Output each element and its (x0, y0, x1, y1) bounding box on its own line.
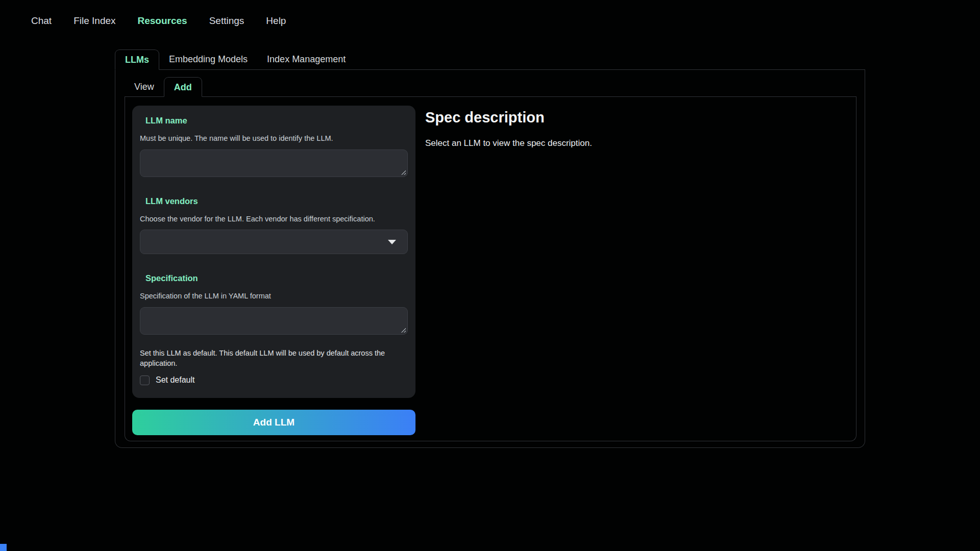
loading-indicator (0, 544, 7, 551)
specification-label: Specification (145, 273, 408, 283)
nav-item-chat[interactable]: Chat (31, 15, 52, 27)
resource-tabbar: LLMs Embedding Models Index Management (115, 49, 865, 70)
llm-vendors-group: LLM vendors Choose the vendor for the LL… (140, 196, 408, 255)
llms-tab-panel: View Add LLM name Must be unique. The na… (115, 70, 865, 448)
nav-item-settings[interactable]: Settings (209, 15, 244, 27)
llm-name-description: Must be unique. The name will be used to… (140, 134, 408, 144)
llm-vendors-description: Choose the vendor for the LLM. Each vend… (140, 214, 408, 224)
specification-input[interactable] (140, 307, 408, 335)
llm-name-input[interactable] (140, 149, 408, 177)
nav-item-file-index[interactable]: File Index (74, 15, 115, 27)
add-llm-panel: LLM name Must be unique. The name will b… (125, 97, 856, 441)
llms-subtabbar: View Add (125, 77, 856, 97)
set-default-row: Set default (140, 375, 408, 385)
specification-description: Specification of the LLM in YAML format (140, 291, 408, 302)
llm-vendors-label: LLM vendors (145, 196, 408, 206)
tab-embedding-models[interactable]: Embedding Models (159, 49, 257, 70)
nav-item-resources[interactable]: Resources (138, 15, 187, 27)
chevron-down-icon (388, 240, 396, 244)
top-navigation: Chat File Index Resources Settings Help (0, 0, 980, 27)
add-llm-button[interactable]: Add LLM (132, 410, 415, 435)
tab-index-management[interactable]: Index Management (257, 49, 355, 70)
tab-view[interactable]: View (125, 77, 164, 97)
spec-description-panel: Spec description Select an LLM to view t… (425, 109, 856, 441)
set-default-description: Set this LLM as default. This default LL… (140, 348, 408, 369)
llm-name-group: LLM name Must be unique. The name will b… (140, 116, 408, 177)
nav-item-help[interactable]: Help (266, 15, 286, 27)
llm-vendors-dropdown[interactable] (140, 230, 408, 254)
tab-llms[interactable]: LLMs (115, 49, 159, 70)
set-default-checkbox[interactable] (140, 375, 150, 385)
set-default-label: Set default (156, 375, 195, 385)
add-llm-form: LLM name Must be unique. The name will b… (132, 106, 415, 398)
add-llm-form-column: LLM name Must be unique. The name will b… (132, 106, 415, 441)
resources-page: LLMs Embedding Models Index Management V… (115, 49, 865, 448)
specification-group: Specification Specification of the LLM i… (140, 273, 408, 335)
tab-add[interactable]: Add (164, 77, 202, 97)
spec-description-body: Select an LLM to view the spec descripti… (425, 138, 856, 148)
llm-name-label: LLM name (145, 116, 408, 126)
spec-description-title: Spec description (425, 109, 856, 126)
